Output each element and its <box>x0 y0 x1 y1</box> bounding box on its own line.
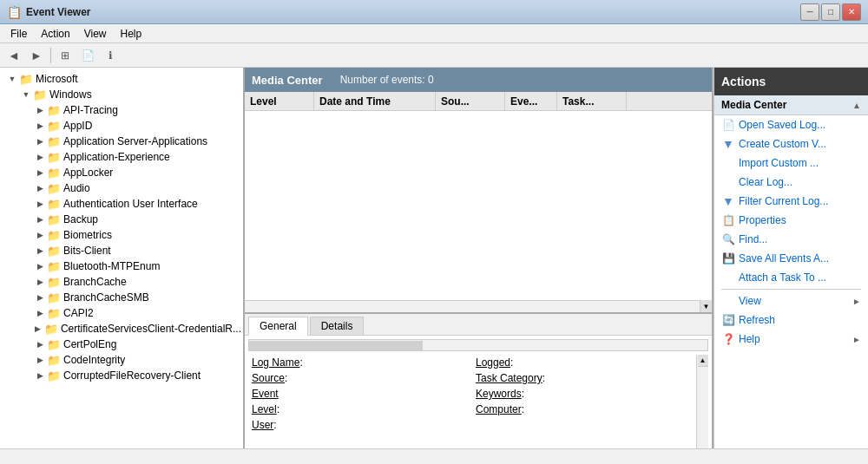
tree-label-microsoft: Microsoft <box>36 73 78 85</box>
expand-applocker[interactable]: ▶ <box>33 166 47 180</box>
find-icon: 🔍 <box>721 232 735 246</box>
view-icon <box>721 294 735 308</box>
action-create-custom-view-label: Create Custom V... <box>739 138 826 150</box>
forward-button[interactable]: ► <box>26 46 47 65</box>
show-hide-button[interactable]: ⊞ <box>55 46 76 65</box>
tree-item-app-experience[interactable]: ▶ 📁 Application-Experience <box>0 149 243 165</box>
expand-certpoleng[interactable]: ▶ <box>33 337 47 351</box>
tree-label-bits-client: Bits-Client <box>63 245 111 257</box>
status-bar <box>0 448 868 464</box>
tree-item-branchcache[interactable]: ▶ 📁 BranchCache <box>0 274 243 290</box>
tree-item-appid[interactable]: ▶ 📁 AppID <box>0 118 243 134</box>
action-import-custom[interactable]: Import Custom ... <box>714 154 868 173</box>
minimize-button[interactable]: ─ <box>800 3 819 21</box>
clear-log-icon <box>721 175 735 189</box>
expand-codeintegrity[interactable]: ▶ <box>33 353 47 367</box>
tree-item-certpoleng[interactable]: ▶ 📁 CertPolEng <box>0 337 243 352</box>
tab-details[interactable]: Details <box>310 317 365 335</box>
tree-item-windows[interactable]: ▼ 📁 Windows <box>0 87 243 102</box>
tab-general[interactable]: General <box>248 317 308 336</box>
tree-label-api-tracing: API-Tracing <box>63 104 118 116</box>
expand-microsoft[interactable]: ▼ <box>5 72 19 86</box>
action-clear-log[interactable]: Clear Log... <box>714 173 868 192</box>
tree-label-applocker: AppLocker <box>63 167 113 179</box>
action-help[interactable]: ❓ Help ► <box>714 330 868 349</box>
col-header-level[interactable]: Level <box>245 92 314 110</box>
expand-bits-client[interactable]: ▶ <box>33 244 47 258</box>
expand-audio[interactable]: ▶ <box>33 181 47 195</box>
detail-vscroll[interactable]: ▲ ▼ <box>696 355 708 461</box>
col-header-datetime[interactable]: Date and Time <box>314 92 436 110</box>
tree-item-auth-ui[interactable]: ▶ 📁 Authentication User Interface <box>0 196 243 212</box>
action-create-custom-view[interactable]: ▼ Create Custom V... <box>714 134 868 154</box>
tree-label-app-server: Application Server-Applications <box>63 135 207 147</box>
action-open-saved-log[interactable]: 📄 Open Saved Log... <box>714 115 868 134</box>
maximize-button[interactable]: □ <box>821 3 840 21</box>
expand-api-tracing[interactable]: ▶ <box>33 103 47 117</box>
col-header-source[interactable]: Sou... <box>436 92 505 110</box>
tree-content[interactable]: ▼ 📁 Microsoft ▼ 📁 Windows ▶ 📁 API-Tracin… <box>0 68 243 452</box>
expand-biometrics[interactable]: ▶ <box>33 228 47 242</box>
tree-item-codeintegrity[interactable]: ▶ 📁 CodeIntegrity <box>0 352 243 368</box>
expand-app-experience[interactable]: ▶ <box>33 150 47 164</box>
menu-view[interactable]: View <box>77 26 114 42</box>
scope-button[interactable]: 📄 <box>77 46 98 65</box>
expand-windows[interactable]: ▼ <box>19 88 33 101</box>
tree-label-capi2: CAPI2 <box>63 307 94 319</box>
expand-appid[interactable]: ▶ <box>33 119 47 133</box>
detail-scroll-up[interactable]: ▲ <box>698 355 708 367</box>
folder-icon-audio: 📁 <box>47 181 61 195</box>
tree-label-corrupted-recovery: CorruptedFileRecovery-Client <box>63 369 201 382</box>
expand-branchcachesmb[interactable]: ▶ <box>33 291 47 304</box>
expand-capi2[interactable]: ▶ <box>33 306 47 320</box>
action-properties[interactable]: 📋 Properties <box>714 211 868 230</box>
expand-corrupted-recovery[interactable]: ▶ <box>33 369 47 382</box>
tree-item-bluetooth[interactable]: ▶ 📁 Bluetooth-MTPEnum <box>0 258 243 274</box>
action-view[interactable]: View ► <box>714 291 868 310</box>
menu-file[interactable]: File <box>3 26 34 42</box>
menu-help[interactable]: Help <box>114 26 149 42</box>
expand-branchcache[interactable]: ▶ <box>33 275 47 289</box>
tree-item-biometrics[interactable]: ▶ 📁 Biometrics <box>0 227 243 243</box>
expand-backup[interactable]: ▶ <box>33 212 47 226</box>
actions-collapse-button[interactable]: ▲ <box>852 101 861 110</box>
folder-icon-bits-client: 📁 <box>47 244 61 258</box>
action-filter-current-log[interactable]: ▼ Filter Current Log... <box>714 192 868 211</box>
col-header-event[interactable]: Eve... <box>505 92 557 110</box>
col-header-task[interactable]: Task... <box>557 92 627 110</box>
tree-item-cert-services[interactable]: ▶ 📁 CertificateServicesClient-Credential… <box>0 321 243 337</box>
expand-auth-ui[interactable]: ▶ <box>33 197 47 211</box>
event-table-hscroll[interactable]: ▼ <box>245 300 712 312</box>
tree-label-audio: Audio <box>63 182 90 194</box>
title-bar-text: Event Viewer <box>26 6 800 18</box>
event-table-scroll-right[interactable]: ▼ <box>700 300 712 312</box>
menu-action[interactable]: Action <box>34 26 76 42</box>
tree-item-api-tracing[interactable]: ▶ 📁 API-Tracing <box>0 102 243 118</box>
expand-app-server[interactable]: ▶ <box>33 134 47 148</box>
event-table-body[interactable] <box>245 111 712 300</box>
tree-item-audio[interactable]: ▶ 📁 Audio <box>0 180 243 196</box>
close-button[interactable]: ✕ <box>842 3 861 21</box>
folder-icon-windows: 📁 <box>33 88 47 101</box>
tree-item-applocker[interactable]: ▶ 📁 AppLocker <box>0 165 243 180</box>
field-event-label: Event <box>252 388 279 400</box>
tree-item-app-server[interactable]: ▶ 📁 Application Server-Applications <box>0 134 243 149</box>
action-attach-task[interactable]: Attach a Task To ... <box>714 268 868 287</box>
back-button[interactable]: ◄ <box>3 46 24 65</box>
properties-button[interactable]: ℹ <box>100 46 121 65</box>
tree-panel: ▼ 📁 Microsoft ▼ 📁 Windows ▶ 📁 API-Tracin… <box>0 68 245 464</box>
action-refresh[interactable]: 🔄 Refresh <box>714 310 868 330</box>
tree-item-bits-client[interactable]: ▶ 📁 Bits-Client <box>0 243 243 258</box>
tree-item-branchcachesmb[interactable]: ▶ 📁 BranchCacheSMB <box>0 290 243 305</box>
expand-bluetooth[interactable]: ▶ <box>33 259 47 273</box>
detail-content-hscroll[interactable] <box>248 339 708 351</box>
tree-item-capi2[interactable]: ▶ 📁 CAPI2 <box>0 305 243 321</box>
action-find[interactable]: 🔍 Find... <box>714 230 868 249</box>
tree-item-corrupted-recovery[interactable]: ▶ 📁 CorruptedFileRecovery-Client <box>0 368 243 383</box>
tree-item-backup[interactable]: ▶ 📁 Backup <box>0 212 243 227</box>
action-save-all-events[interactable]: 💾 Save All Events A... <box>714 249 868 268</box>
tree-item-microsoft[interactable]: ▼ 📁 Microsoft <box>0 71 243 87</box>
event-header-title: Media Center <box>252 74 323 87</box>
expand-cert-services[interactable]: ▶ <box>31 322 44 336</box>
tree-label-app-experience: Application-Experience <box>63 151 170 163</box>
